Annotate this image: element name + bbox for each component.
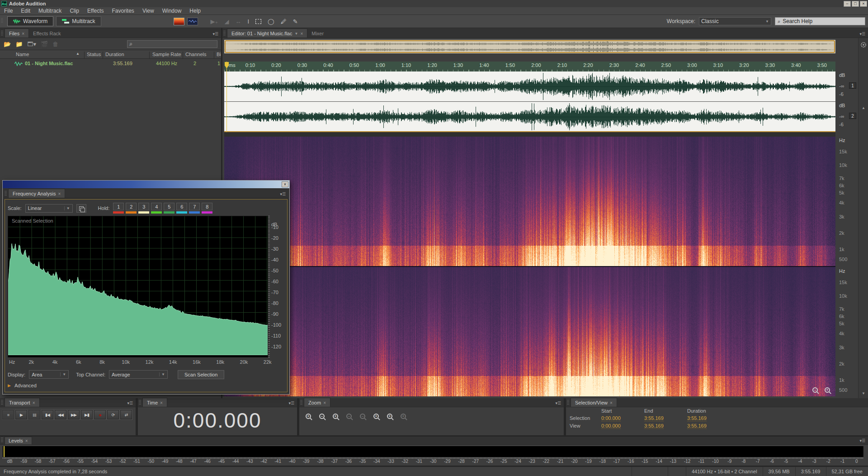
record-button[interactable]: ● xyxy=(94,410,106,419)
column-bit-depth[interactable]: Bi xyxy=(217,52,221,57)
scan-selection-button[interactable]: Scan Selection xyxy=(178,370,224,379)
tab-levels[interactable]: Levels× xyxy=(5,437,32,444)
gear-icon[interactable] xyxy=(860,42,867,48)
play-button[interactable]: ▶ xyxy=(15,410,27,419)
hold-button-1[interactable]: 1 xyxy=(113,203,124,210)
minimize-button[interactable]: – xyxy=(844,1,851,7)
close-icon[interactable]: × xyxy=(33,400,35,405)
tab-frequency-analysis[interactable]: Frequency Analysis× xyxy=(8,189,65,198)
zoom-out-full-button[interactable]: − xyxy=(357,412,368,421)
overview-view-box[interactable] xyxy=(225,40,835,53)
panel-menu-icon[interactable]: ▾☰ xyxy=(857,438,868,444)
panel-menu-icon[interactable]: ▾☰ xyxy=(210,32,221,38)
spectral-frequency-toggle[interactable] xyxy=(174,18,184,25)
view-start[interactable]: 0:00.000 xyxy=(601,423,621,429)
hold-button-4[interactable]: 4 xyxy=(151,203,162,210)
view-duration[interactable]: 3:55.169 xyxy=(687,423,707,429)
scale-dropdown[interactable]: Linear▼ xyxy=(25,204,73,213)
close-icon[interactable]: × xyxy=(160,400,163,405)
scroll-up-icon[interactable]: ▲ xyxy=(862,106,865,110)
column-sample-rate[interactable]: Sample Rate xyxy=(152,52,181,57)
tab-zoom[interactable]: Zoom× xyxy=(304,398,330,407)
zoom-in-time-button[interactable]: + xyxy=(330,412,341,421)
maximize-button[interactable]: □ xyxy=(852,1,859,7)
spot-healing-tool-icon[interactable]: ✎ xyxy=(293,18,298,25)
help-search-input[interactable]: ⌕ Search Help xyxy=(775,17,865,25)
channel-badge[interactable]: 2 xyxy=(849,113,856,119)
spectral-zoom-in-icon[interactable]: + xyxy=(822,386,833,395)
hold-button-6[interactable]: 6 xyxy=(176,203,187,210)
time-display[interactable]: 0:00.000 xyxy=(138,408,297,433)
frequency-plot[interactable]: Scanned Selection xyxy=(8,216,268,357)
pause-button[interactable]: ▮▮ xyxy=(28,410,40,419)
close-icon[interactable]: × xyxy=(323,400,326,405)
tab-mixer[interactable]: Mixer xyxy=(307,29,328,38)
spectral-zoom-out-icon[interactable]: − xyxy=(810,386,821,395)
column-duration[interactable]: Duration xyxy=(105,52,124,57)
menu-view[interactable]: View xyxy=(138,7,158,14)
menu-edit[interactable]: Edit xyxy=(17,7,34,14)
trash-icon[interactable]: 🗑 xyxy=(52,41,58,48)
waveform-view-button[interactable]: Waveform xyxy=(7,16,53,26)
panel-menu-icon[interactable]: ▾☰ xyxy=(277,192,288,198)
tab-files[interactable]: Files× xyxy=(5,29,29,38)
workspace-dropdown[interactable]: Classic ▼ xyxy=(699,17,771,25)
zoom-to-in-point-button[interactable]: + xyxy=(371,412,382,421)
menu-window[interactable]: Window xyxy=(158,7,186,14)
tab-effects-rack[interactable]: Effects Rack xyxy=(29,29,65,38)
top-channel-dropdown[interactable]: Average▼ xyxy=(109,370,168,379)
close-icon[interactable]: × xyxy=(58,191,61,196)
loop-playback-button[interactable]: ⟳ xyxy=(107,410,119,419)
timeline-ruler[interactable]: ms 0:100:200:300:400:501:001:101:201:301… xyxy=(224,62,835,71)
menu-help[interactable]: Help xyxy=(185,7,205,14)
advanced-label[interactable]: Advanced xyxy=(14,383,37,388)
lasso-selection-tool-icon[interactable]: ◯ xyxy=(268,18,274,25)
marquee-selection-tool-icon[interactable] xyxy=(255,19,261,24)
hold-button-5[interactable]: 5 xyxy=(164,203,175,210)
close-icon[interactable]: × xyxy=(282,181,288,187)
move-tool-icon[interactable]: ▶₊ xyxy=(211,18,218,25)
waveform-spectral-divider[interactable] xyxy=(224,132,835,137)
column-name[interactable]: Name xyxy=(16,52,29,57)
tab-transport[interactable]: Transport× xyxy=(5,398,40,407)
rewind-button[interactable]: ◀◀ xyxy=(55,410,66,419)
skip-selection-button[interactable]: ⇄ xyxy=(120,410,132,419)
panel-menu-icon[interactable]: ▾☰ xyxy=(552,401,564,407)
fast-forward-button[interactable]: ▶▶ xyxy=(68,410,80,419)
column-channels[interactable]: Channels xyxy=(185,52,206,57)
waveform-display[interactable] xyxy=(224,71,835,132)
zoom-to-selection-button[interactable]: + xyxy=(398,412,409,421)
razor-tool-icon[interactable]: ◢ xyxy=(224,18,229,25)
panel-menu-icon[interactable]: ▾☰ xyxy=(124,401,136,407)
playhead-line[interactable] xyxy=(226,62,227,132)
hold-button-3[interactable]: 3 xyxy=(138,203,149,210)
scroll-down-icon[interactable]: ▼ xyxy=(862,391,865,395)
skip-to-start-button[interactable]: ▮◀ xyxy=(42,410,53,419)
stop-button[interactable]: ■ xyxy=(2,410,14,419)
close-icon[interactable]: × xyxy=(300,31,303,36)
hold-button-7[interactable]: 7 xyxy=(189,203,200,210)
close-icon[interactable]: × xyxy=(610,400,613,405)
close-button[interactable]: × xyxy=(860,1,867,7)
skip-to-end-button[interactable]: ▶▮ xyxy=(81,410,93,419)
time-selection-tool-icon[interactable]: I xyxy=(247,18,249,25)
spectral-pitch-toggle[interactable] xyxy=(187,18,198,25)
multitrack-view-button[interactable]: Multitrack xyxy=(56,16,101,26)
tab-editor[interactable]: Editor: 01 - Night Music.flac▼× xyxy=(227,29,307,38)
panel-menu-icon[interactable]: ▾☰ xyxy=(857,32,868,38)
slip-tool-icon[interactable]: ↔ xyxy=(235,18,241,25)
copy-graph-data-button[interactable] xyxy=(76,204,86,213)
selection-start[interactable]: 0:00.000 xyxy=(601,415,621,421)
panel-menu-icon[interactable]: ▾☰ xyxy=(286,401,297,407)
column-status[interactable]: Status xyxy=(87,52,101,57)
selection-duration[interactable]: 3:55.169 xyxy=(687,415,707,421)
menu-effects[interactable]: Effects xyxy=(83,7,108,14)
display-dropdown[interactable]: Area▼ xyxy=(29,370,69,379)
frequency-analysis-titlebar[interactable]: × xyxy=(3,181,289,188)
tab-time[interactable]: Time× xyxy=(142,398,167,407)
channel-badge[interactable]: 1 xyxy=(849,82,856,89)
level-meter[interactable] xyxy=(3,446,863,457)
insert-multitrack-icon[interactable]: 🎬 xyxy=(41,41,48,48)
spectral-display[interactable]: − + xyxy=(224,137,835,396)
files-search-input[interactable]: ⌕ xyxy=(127,40,217,48)
